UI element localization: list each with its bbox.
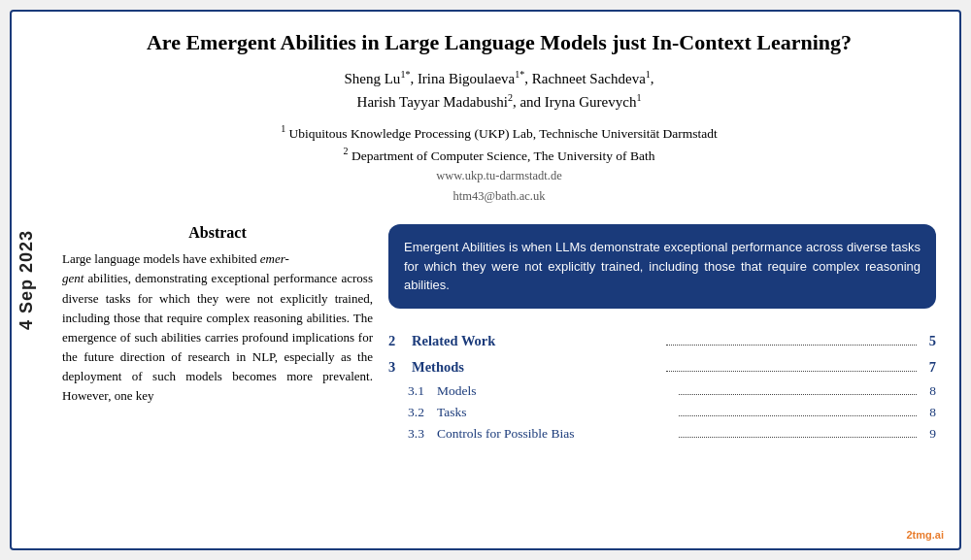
toc-sub-tasks: 3.2 Tasks 8 [388,402,936,423]
paper-container: 4 Sep 2023 Are Emergent Abilities in Lar… [10,10,961,550]
author1-name: Sheng Lu [344,71,400,86]
paper-title: Are Emergent Abilities in Large Language… [62,29,936,57]
toc-page-3: 7 [921,359,936,376]
toc-page-2: 5 [921,333,936,349]
toc-sub-title-models: Models [437,383,675,399]
affiliations: 1 Ubiquitous Knowledge Processing (UKP) … [62,121,936,166]
abstract-em2: gent [62,271,84,285]
aff2-text: Department of Computer Science, The Univ… [352,148,654,162]
toc-entry-related-work: 2 Related Work 5 [388,328,936,354]
toc-sub-models: 3.1 Models 8 [388,380,936,402]
abstract-text-p3: abilities, demonstrating exceptional per… [62,271,373,403]
author2-sup: 1* [515,69,524,80]
callout-box: Emergent Abilities is when LLMs demonstr… [388,224,936,309]
watermark: 2tmg.ai [906,529,944,541]
abstract-text: Large language models have exhibited eme… [62,249,373,406]
toc-sub-dots-33 [679,437,917,438]
aff2-num: 2 [344,146,349,156]
toc-sub-title-tasks: Tasks [437,405,675,420]
toc-sub-dots-32 [679,415,917,416]
authors: Sheng Lu1*, Irina Bigoulaeva1*, Rachneet… [62,67,936,114]
author4-name: Harish Tayyar Madabushi [357,94,508,110]
author-and: , and [513,94,545,110]
toc-sub-page-32: 8 [921,405,936,420]
toc-sub-num-32: 3.2 [408,405,437,420]
left-column: Abstract Large language models have exhi… [62,224,373,539]
abstract-em1: emer- [260,251,289,266]
email1: www.ukp.tu-darmstadt.de htm43@bath.ac.uk [62,166,936,208]
toc-sub-controls: 3.3 Controls for Possible Bias 9 [388,423,936,445]
author1-sup: 1* [400,69,410,80]
author2-name: Irina Bigoulaeva [418,71,515,86]
header-section: Are Emergent Abilities in Large Language… [62,29,936,207]
toc-sub-page-33: 9 [921,426,936,442]
toc-sub-num-31: 3.1 [408,383,437,399]
toc-sub-page-31: 8 [921,383,936,399]
toc-title-related-work: Related Work [412,333,662,349]
toc-num-2: 2 [388,333,412,349]
toc-title-methods: Methods [412,359,662,376]
author3-name: Rachneet Sachdeva [532,71,646,86]
toc-dots-3 [666,371,917,372]
aff1-text: Ubiquitous Knowledge Processing (UKP) La… [289,125,718,140]
toc-sub-num-33: 3.3 [408,426,437,442]
toc-sub-title-controls: Controls for Possible Bias [437,426,675,442]
toc-sub-dots-31 [679,394,917,395]
side-date: 4 Sep 2023 [12,12,43,548]
right-column: Emergent Abilities is when LLMs demonstr… [388,224,936,539]
watermark-brand: 2tmg.ai [906,529,944,541]
author5-sup: 1 [636,92,641,103]
main-content: Are Emergent Abilities in Large Language… [43,12,959,548]
author5-name: Iryna Gurevych [545,94,637,110]
sep1: , [410,71,418,86]
body-section: Abstract Large language models have exhi… [62,224,936,539]
callout-text: Emergent Abilities is when LLMs demonstr… [404,240,921,292]
abstract-text-p1: Large language models have exhibited [62,251,260,266]
abstract-heading: Abstract [62,224,373,242]
date-text: 4 Sep 2023 [17,230,38,330]
sep2: , [524,71,532,86]
toc-entry-methods: 3 Methods 7 [388,354,936,380]
email2-text: htm43@bath.ac.uk [62,186,936,207]
aff1-num: 1 [281,123,285,134]
sep3: , [651,71,654,86]
toc-dots-2 [666,345,917,346]
toc-num-3: 3 [388,359,412,376]
email1-text: www.ukp.tu-darmstadt.de [62,166,936,186]
toc-section: 2 Related Work 5 3 Methods 7 3.1 [388,328,936,445]
